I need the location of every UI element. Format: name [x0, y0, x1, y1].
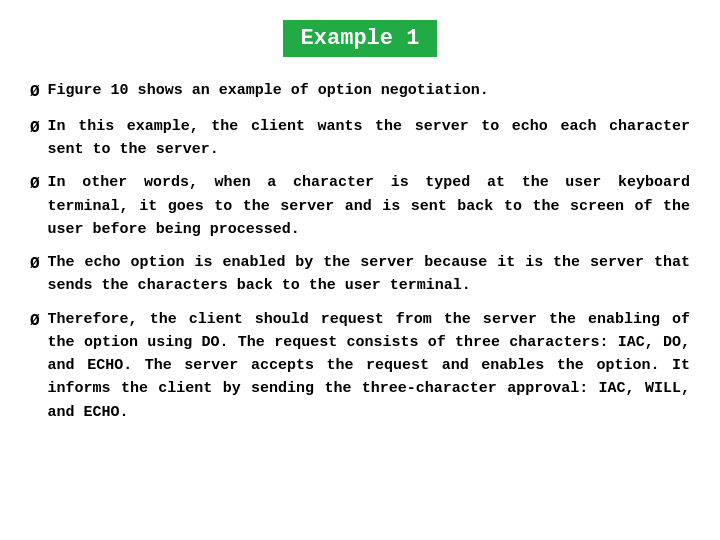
content-area: Ø Figure 10 shows an example of option n…: [30, 79, 690, 434]
bullet-symbol: Ø: [30, 116, 40, 141]
title-container: Example 1: [283, 20, 438, 57]
bullet-symbol: Ø: [30, 172, 40, 197]
bullet-text: In this example, the client wants the se…: [48, 115, 690, 162]
bullet-symbol: Ø: [30, 252, 40, 277]
bullet-symbol: Ø: [30, 80, 40, 105]
list-item: Ø The echo option is enabled by the serv…: [30, 251, 690, 298]
list-item: Ø Therefore, the client should request f…: [30, 308, 690, 424]
list-item: Ø Figure 10 shows an example of option n…: [30, 79, 690, 105]
bullet-text: The echo option is enabled by the server…: [48, 251, 690, 298]
list-item: Ø In this example, the client wants the …: [30, 115, 690, 162]
bullet-text: In other words, when a character is type…: [48, 171, 690, 241]
bullet-text: Therefore, the client should request fro…: [48, 308, 690, 424]
list-item: Ø In other words, when a character is ty…: [30, 171, 690, 241]
page: Example 1 Ø Figure 10 shows an example o…: [0, 0, 720, 540]
page-title: Example 1: [283, 20, 438, 57]
bullet-text: Figure 10 shows an example of option neg…: [48, 79, 690, 102]
bullet-symbol: Ø: [30, 309, 40, 334]
